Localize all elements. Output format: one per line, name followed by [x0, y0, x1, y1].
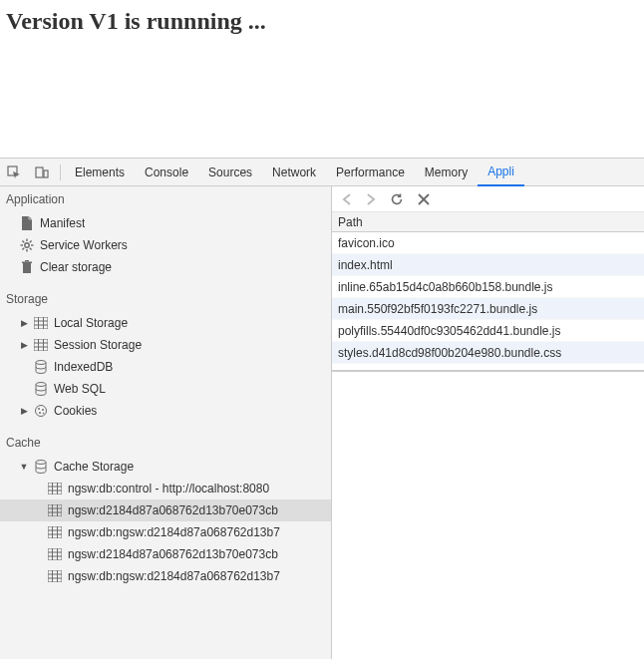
svg-point-28	[38, 408, 40, 410]
devtools-tabbar: Elements Console Sources Network Perform…	[0, 159, 644, 186]
tab-application[interactable]: Appli	[478, 159, 524, 186]
table-icon	[48, 482, 62, 495]
svg-line-9	[30, 248, 32, 250]
cookie-icon	[34, 404, 48, 418]
cache-entry-label: ngsw:d2184d87a068762d13b70e073cb	[68, 503, 278, 517]
table-row[interactable]: index.html	[332, 254, 644, 276]
svg-point-32	[36, 461, 46, 465]
cache-entry-label: ngsw:d2184d87a068762d13b70e073cb	[68, 547, 278, 561]
svg-point-31	[43, 413, 45, 415]
sidebar-item-cookies[interactable]: ▶ Cookies	[0, 400, 331, 422]
page-title: Version V1 is runnning ...	[0, 0, 644, 39]
cache-entry-label: ngsw:db:ngsw:d2184d87a068762d13b7	[68, 525, 280, 539]
chevron-right-icon: ▶	[20, 340, 28, 350]
svg-rect-53	[48, 570, 62, 582]
table-row[interactable]: inline.65ab15d4c0a8b660b158.bundle.js	[332, 276, 644, 298]
cache-toolbar	[332, 186, 644, 212]
tab-console[interactable]: Console	[135, 159, 198, 186]
cell-path: inline.65ab15d4c0a8b660b158.bundle.js	[338, 280, 553, 294]
cache-entry[interactable]: ngsw:db:ngsw:d2184d87a068762d13b7	[0, 565, 331, 587]
separator	[60, 165, 61, 180]
gear-icon	[20, 238, 34, 252]
inspect-icon[interactable]	[0, 159, 28, 186]
cache-entry[interactable]: ngsw:d2184d87a068762d13b70e073cb	[0, 543, 331, 565]
table-row[interactable]: styles.d41d8cd98f00b204e980.bundle.css	[332, 342, 644, 364]
application-sidebar: Application Manifest Service Workers	[0, 186, 332, 659]
refresh-icon[interactable]	[390, 192, 404, 206]
sidebar-item-service-workers[interactable]: Service Workers	[0, 234, 331, 256]
device-toggle-icon[interactable]	[28, 159, 56, 186]
cell-path: favicon.ico	[338, 236, 395, 250]
sidebar-item-label: Local Storage	[54, 316, 128, 330]
sidebar-item-label: Cookies	[54, 404, 97, 418]
cell-path: styles.d41d8cd98f00b204e980.bundle.css	[338, 346, 561, 360]
group-storage-title: Storage	[0, 286, 331, 312]
svg-rect-15	[34, 317, 48, 329]
cache-entry[interactable]: ngsw:d2184d87a068762d13b70e073cb	[0, 499, 331, 521]
table-icon	[34, 316, 48, 330]
group-cache-title: Cache	[0, 430, 331, 456]
group-application-title: Application	[0, 186, 331, 212]
cache-entry-label: ngsw:db:control - http://localhost:8080	[68, 482, 269, 495]
tab-sources[interactable]: Sources	[198, 159, 262, 186]
sidebar-item-indexeddb[interactable]: ▶ IndexedDB	[0, 356, 331, 378]
tab-performance[interactable]: Performance	[326, 159, 415, 186]
svg-point-3	[25, 243, 29, 247]
svg-rect-20	[34, 339, 48, 351]
table-icon	[48, 525, 62, 539]
svg-point-25	[36, 361, 46, 365]
svg-line-11	[22, 248, 24, 250]
devtools-panel: Elements Console Sources Network Perform…	[0, 158, 644, 659]
pane-splitter[interactable]	[332, 370, 644, 372]
svg-rect-2	[44, 170, 48, 177]
table-row[interactable]: favicon.ico	[332, 232, 644, 254]
tab-network[interactable]: Network	[262, 159, 326, 186]
svg-rect-43	[48, 526, 62, 538]
sidebar-item-label: Web SQL	[54, 382, 106, 396]
sidebar-item-session-storage[interactable]: ▶ Session Storage	[0, 334, 331, 356]
table-row[interactable]: polyfills.55440df0c9305462dd41.bundle.js	[332, 320, 644, 342]
svg-point-27	[36, 406, 47, 417]
svg-point-29	[42, 409, 44, 411]
trash-icon	[20, 260, 34, 274]
svg-rect-14	[25, 260, 29, 262]
nav-forward-icon[interactable]	[366, 193, 376, 205]
sidebar-item-cache-storage[interactable]: ▼ Cache Storage	[0, 456, 331, 478]
svg-point-26	[36, 383, 46, 387]
sidebar-item-label: Clear storage	[40, 260, 112, 274]
cache-entry[interactable]: ngsw:db:ngsw:d2184d87a068762d13b7	[0, 521, 331, 543]
sidebar-item-websql[interactable]: ▶ Web SQL	[0, 378, 331, 400]
table-icon	[48, 547, 62, 561]
tab-memory[interactable]: Memory	[415, 159, 478, 186]
cache-entry[interactable]: ngsw:db:control - http://localhost:8080	[0, 478, 331, 499]
chevron-right-icon: ▶	[20, 406, 28, 416]
chevron-right-icon: ▶	[20, 318, 28, 328]
cell-path: index.html	[338, 258, 393, 272]
nav-back-icon[interactable]	[342, 193, 352, 205]
table-header-path[interactable]: Path	[332, 212, 644, 232]
cache-detail-pane: Path favicon.ico index.html inline.65ab1…	[332, 186, 644, 659]
close-icon[interactable]	[418, 193, 430, 205]
svg-rect-48	[48, 548, 62, 560]
database-icon	[34, 460, 48, 474]
sidebar-item-label: Session Storage	[54, 338, 142, 352]
database-icon	[34, 382, 48, 396]
table-icon	[34, 338, 48, 352]
sidebar-item-clear-storage[interactable]: Clear storage	[0, 256, 331, 278]
sidebar-item-manifest[interactable]: Manifest	[0, 212, 331, 234]
cache-table-body: favicon.ico index.html inline.65ab15d4c0…	[332, 232, 644, 364]
sidebar-item-local-storage[interactable]: ▶ Local Storage	[0, 312, 331, 334]
sidebar-item-label: Service Workers	[40, 238, 128, 252]
chevron-down-icon: ▼	[20, 462, 28, 472]
cache-entry-label: ngsw:db:ngsw:d2184d87a068762d13b7	[68, 569, 280, 583]
cell-path: polyfills.55440df0c9305462dd41.bundle.js	[338, 324, 561, 338]
sidebar-item-label: Cache Storage	[54, 460, 134, 474]
svg-point-30	[39, 412, 41, 414]
tab-elements[interactable]: Elements	[65, 159, 135, 186]
database-icon	[34, 360, 48, 374]
svg-rect-13	[22, 262, 32, 264]
svg-rect-12	[23, 263, 31, 273]
svg-rect-38	[48, 504, 62, 516]
table-icon	[48, 503, 62, 517]
table-row[interactable]: main.550f92bf5f0193fc2271.bundle.js	[332, 298, 644, 320]
